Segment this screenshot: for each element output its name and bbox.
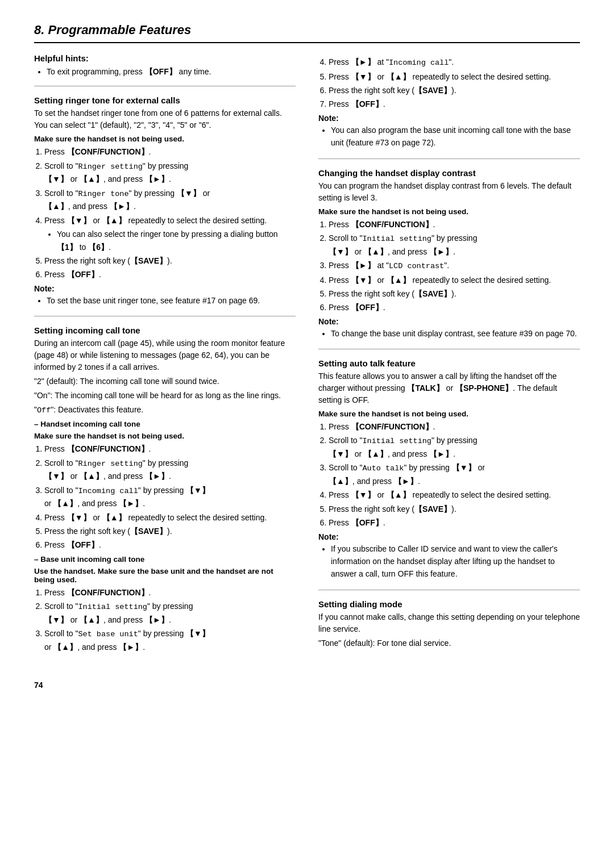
auto-talk-body: This feature allows you to answer a call… [318,370,580,406]
hi-step-4: Press 【▼】 or 【▲】 repeatedly to select th… [44,511,296,524]
incoming-call-body: During an intercom call (page 45), while… [34,337,296,373]
incoming-call-title: Setting incoming call tone [34,326,296,335]
ringer-step-5: Press the right soft key (【SAVE】). [44,254,296,267]
handset-incoming-make-sure: Make sure the handset is not being used. [34,432,296,440]
contrast-step-1: Press 【CONF/FUNCTION】. [329,218,580,231]
contrast-step-5: Press the right soft key (【SAVE】). [329,287,580,300]
ringer-tone-title: Setting ringer tone for external calls [34,95,296,105]
auto-talk-title: Setting auto talk feature [318,358,580,368]
contrast-step-3: Press 【►】 at "LCD contrast". [329,259,580,273]
incoming-call-4: "Off": Deactivates this feature. [34,404,296,416]
handset-incoming-sub: – Handset incoming call tone [34,420,296,428]
ringer-tone-make-sure: Make sure the handset is not being used. [34,135,296,143]
section-ringer-tone: Setting ringer tone for external calls T… [34,95,296,316]
incoming-call-3: "On": The incoming call tone will be hea… [34,390,296,402]
hi-step-1: Press 【CONF/FUNCTION】. [44,443,296,455]
page-title: 8. Programmable Features [34,23,580,43]
ringer-step-1: Press 【CONF/FUNCTION】. [44,145,296,158]
incoming-note: Note: You can also program the base unit… [318,113,580,149]
handset-incoming-steps: Press 【CONF/FUNCTION】. Scroll to "Ringer… [44,443,296,552]
bi-steps-cont: Press 【►】 at "Incoming call". Press 【▼】 … [329,56,580,111]
at-step-4: Press 【▼】 or 【▲】 repeatedly to select th… [329,489,580,501]
at-step-1: Press 【CONF/FUNCTION】. [329,420,580,433]
contrast-steps: Press 【CONF/FUNCTION】. Scroll to "Initia… [329,218,580,314]
section-helpful-hints: Helpful hints: To exit programming, pres… [34,53,296,86]
hi-step-6: Press 【OFF】. [44,539,296,551]
auto-talk-note: Note: If you subscribe to Caller ID serv… [318,532,580,581]
at-step-3: Scroll to "Auto talk" by pressing 【▼】 or… [329,461,580,487]
ringer-tone-steps: Press 【CONF/FUNCTION】. Scroll to "Ringer… [44,145,296,281]
bi-step-3: Scroll to "Set base unit" by pressing 【▼… [44,627,296,653]
hi-step-3: Scroll to "Incoming call" by pressing 【▼… [44,484,296,510]
base-incoming-sub: – Base unit incoming call tone [34,555,296,564]
hi-step-5: Press the right soft key (【SAVE】). [44,525,296,537]
left-column: Helpful hints: To exit programming, pres… [34,53,296,670]
contrast-body: You can program the handset display cont… [318,180,580,204]
bi-step-5: Press 【▼】 or 【▲】 repeatedly to select th… [329,70,580,83]
contrast-step-2: Scroll to "Initial setting" by pressing【… [329,232,580,258]
at-note-1: If you subscribe to Caller ID service an… [331,542,580,581]
dialing-mode-tone: "Tone" (default): For tone dial service. [318,637,580,649]
bi-step-6: Press the right soft key (【SAVE】). [329,84,580,97]
at-step-2: Scroll to "Initial setting" by pressing【… [329,434,580,460]
auto-talk-make-sure: Make sure the handset is not being used. [318,410,580,418]
at-step-5: Press the right soft key (【SAVE】). [329,503,580,515]
ringer-step-4: Press 【▼】 or 【▲】 repeatedly to select th… [44,214,296,253]
section-incoming-cont: Press 【►】 at "Incoming call". Press 【▼】 … [318,56,580,159]
ringer-step-2: Scroll to "Ringer setting" by pressing【▼… [44,160,296,186]
section-incoming-call-tone: Setting incoming call tone During an int… [34,326,296,661]
section-dialing-mode: Setting dialing mode If you cannot make … [318,599,580,658]
contrast-note-1: To change the base unit display contrast… [331,327,580,340]
bi-step-1: Press 【CONF/FUNCTION】. [44,586,296,599]
ringer-tone-note-1: To set the base unit ringer tone, see fe… [47,294,296,307]
ringer-step-6: Press 【OFF】. [44,268,296,281]
right-column: Press 【►】 at "Incoming call". Press 【▼】 … [318,53,580,670]
helpful-hint-1: To exit programming, press 【OFF】 any tim… [47,65,296,78]
ringer-tone-note: Note: To set the base unit ringer tone, … [34,283,296,307]
incoming-call-2: "2" (default): The incoming call tone wi… [34,375,296,387]
bi-step-7: Press 【OFF】. [329,98,580,110]
hi-step-2: Scroll to "Ringer setting" by pressing【▼… [44,457,296,483]
ringer-step-3: Scroll to "Ringer tone" by pressing 【▼】 … [44,187,296,213]
auto-talk-steps: Press 【CONF/FUNCTION】. Scroll to "Initia… [329,420,580,529]
bi-step-4: Press 【►】 at "Incoming call". [329,56,580,69]
contrast-step-6: Press 【OFF】. [329,301,580,314]
ringer-step-4-note: You can also select the ringer tone by p… [57,228,296,253]
contrast-make-sure: Make sure the handset is not being used. [318,207,580,216]
helpful-hints-title: Helpful hints: [34,53,296,63]
bi-step-2: Scroll to "Initial setting" by pressing【… [44,600,296,626]
base-incoming-bold: Use the handset. Make sure the base unit… [34,567,296,584]
at-step-6: Press 【OFF】. [329,516,580,529]
base-incoming-steps: Press 【CONF/FUNCTION】. Scroll to "Initia… [44,586,296,653]
incoming-note-1: You can also program the base unit incom… [331,124,580,149]
section-display-contrast: Changing the handset display contrast Yo… [318,168,580,350]
page-number: 74 [34,681,580,690]
section-auto-talk: Setting auto talk feature This feature a… [318,358,580,590]
contrast-note: Note: To change the base unit display co… [318,316,580,340]
contrast-title: Changing the handset display contrast [318,168,580,178]
dialing-mode-title: Setting dialing mode [318,599,580,609]
contrast-step-4: Press 【▼】 or 【▲】 repeatedly to select th… [329,274,580,286]
dialing-mode-body: If you cannot make calls, change this se… [318,611,580,635]
ringer-tone-body: To set the handset ringer tone from one … [34,107,296,131]
